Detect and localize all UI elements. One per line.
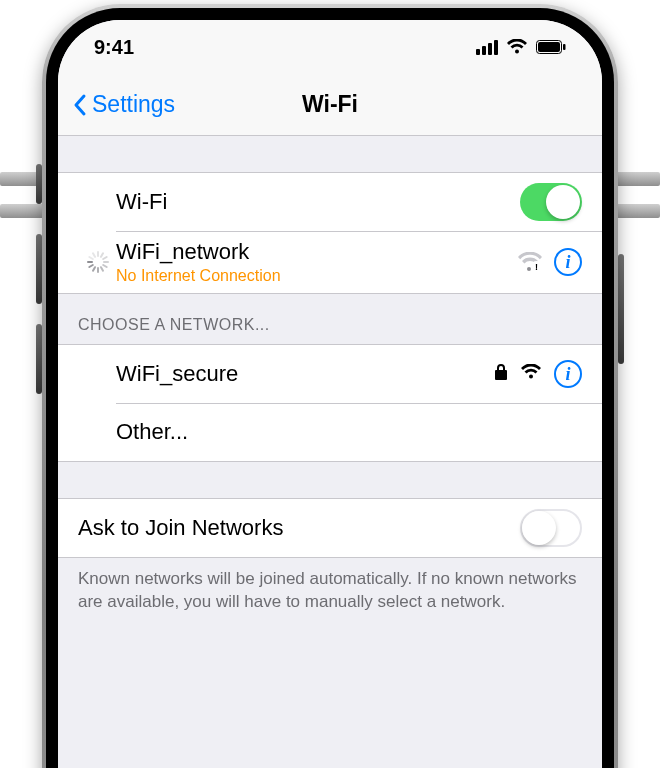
clock: 9:41 [94,36,134,59]
current-network-row[interactable]: WiFi_network No Internet Connection [58,231,602,293]
network-row[interactable]: WiFi_secure i [58,345,602,403]
choose-network-header: Choose a Network... [58,294,602,344]
wifi-toggle-label: Wi-Fi [116,189,520,215]
status-bar: 9:41 [58,20,602,74]
wifi-signal-icon [520,364,542,384]
current-network-status: No Internet Connection [116,267,518,285]
current-network-name: WiFi_network [116,239,518,265]
settings-content: Wi-Fi [58,136,602,768]
lock-icon [494,363,508,385]
wifi-signal-icon [506,39,528,55]
network-name: WiFi_secure [116,361,494,387]
wifi-toggle-row: Wi-Fi [58,173,602,231]
ask-to-join-row: Ask to Join Networks [58,499,602,557]
svg-rect-2 [563,44,566,50]
ask-to-join-label: Ask to Join Networks [78,515,520,541]
wifi-no-internet-icon: ! [518,252,542,272]
battery-icon [536,40,566,54]
chevron-left-icon [72,93,88,117]
page-title: Wi-Fi [302,91,358,118]
wifi-toggle[interactable] [520,183,582,221]
back-button[interactable]: Settings [72,74,175,135]
svg-text:!: ! [535,262,538,272]
other-network-row[interactable]: Other... [58,403,602,461]
navigation-bar: Settings Wi-Fi [58,74,602,136]
back-label: Settings [92,91,175,118]
network-info-button[interactable]: i [554,360,582,388]
network-info-button[interactable]: i [554,248,582,276]
cellular-signal-icon [476,40,498,55]
side-button [618,254,624,364]
other-network-label: Other... [116,419,582,445]
ask-to-join-toggle[interactable] [520,509,582,547]
svg-rect-1 [538,42,560,52]
ask-to-join-footer: Known networks will be joined automatica… [58,558,602,636]
phone-frame: 9:41 [42,4,618,768]
loading-spinner-icon [86,251,108,273]
